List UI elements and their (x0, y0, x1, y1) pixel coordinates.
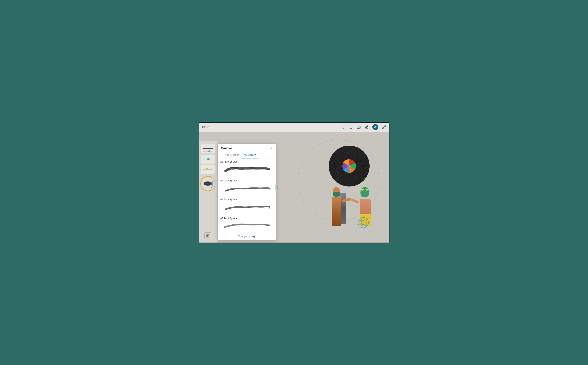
brush-name-1: AJ Paint Splatter 1 (220, 198, 273, 201)
left-sidebar: · (199, 141, 217, 243)
gallery-icon[interactable] (357, 125, 361, 129)
tab-dot: · (224, 154, 224, 156)
brush-color-item[interactable] (201, 165, 215, 174)
brush-item-aj-splatter[interactable]: AJ Paint Splatter (218, 215, 276, 232)
brush-slider-1[interactable] (203, 151, 212, 152)
svg-line-3 (382, 127, 384, 129)
selected-brush-preview (202, 177, 214, 190)
brush-stroke-preview (203, 182, 212, 186)
tab-app-brushes-label: App Brushes (225, 153, 239, 156)
canvas-area: · (199, 132, 389, 243)
change-library-button[interactable]: Change Library (238, 235, 255, 238)
undo-icon[interactable] (341, 125, 345, 129)
brush-size-item-1[interactable]: · (201, 144, 215, 153)
fullscreen-icon[interactable] (382, 125, 386, 129)
top-bar: Close (199, 123, 389, 132)
brush-stroke-preview-base (220, 221, 273, 231)
brushes-panel: Brushes + · App Brushes My Library AJ Pa… (218, 144, 276, 240)
wrestler-1 (330, 187, 347, 226)
share-icon[interactable] (349, 125, 353, 129)
brush-green-dot (210, 187, 212, 188)
svg-line-2 (384, 126, 385, 127)
panel-title: Brushes (221, 147, 233, 150)
close-button[interactable]: Close (202, 126, 209, 129)
tab-app-brushes[interactable]: · App Brushes (221, 152, 242, 158)
panel-collapse-button[interactable] (275, 184, 279, 191)
panel-header: Brushes + (218, 144, 276, 150)
brush-stroke-preview-1 (220, 202, 273, 214)
tab-my-library-label: My Library (244, 153, 256, 156)
toolbar-right (341, 124, 386, 130)
brush-item-aj-splatter-3[interactable]: AJ Paint Splatter 3 (218, 158, 276, 177)
panel-tabs: · App Brushes My Library (218, 150, 276, 158)
brush-name-2: AJ Paint Splatter 2 (220, 179, 273, 182)
svg-rect-5 (208, 235, 209, 236)
brush-stroke-thin (203, 148, 213, 149)
brush-active-icon[interactable] (372, 124, 378, 130)
brush-stroke-preview-2 (220, 183, 273, 195)
app-window: Close (199, 122, 390, 243)
brush-name-3: AJ Paint Splatter 3 (220, 160, 273, 163)
svg-rect-6 (207, 236, 208, 237)
svg-rect-7 (208, 236, 209, 237)
concentric-rings (358, 217, 369, 228)
svg-point-8 (269, 189, 270, 190)
svg-rect-4 (207, 235, 208, 236)
selected-brush-item[interactable] (200, 176, 216, 191)
panel-footer: Change Library (218, 232, 276, 240)
brush-opacity-item[interactable] (201, 155, 215, 163)
brush-item-aj-splatter-2[interactable]: AJ Paint Splatter 2 (218, 177, 276, 196)
add-brush-button[interactable]: + (270, 146, 273, 150)
svg-point-1 (358, 126, 358, 127)
brush-item-aj-splatter-1[interactable]: AJ Paint Splatter 1 (218, 196, 276, 215)
tab-my-library[interactable]: My Library (242, 152, 258, 158)
svg-point-9 (269, 208, 270, 209)
gear-center (342, 159, 356, 173)
grid-view-button[interactable] (204, 232, 211, 239)
artwork-figures (330, 177, 372, 232)
pen-icon[interactable] (364, 125, 368, 129)
brush-stroke-preview-3 (220, 164, 273, 176)
brush-name-base: AJ Paint Splatter (220, 217, 273, 220)
brush-color-indicator (212, 181, 213, 187)
brush-list: AJ Paint Splatter 3 AJ Paint Splatter 2 (218, 158, 276, 232)
